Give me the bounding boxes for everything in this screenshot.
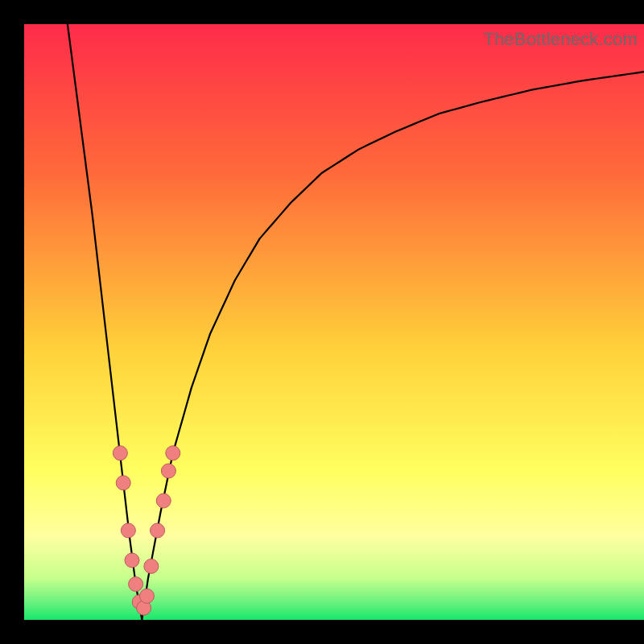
marker-layer <box>113 446 180 615</box>
data-marker <box>121 523 135 538</box>
chart-svg <box>24 24 644 620</box>
data-marker <box>116 476 130 490</box>
data-marker <box>139 588 154 603</box>
data-marker <box>129 577 143 592</box>
data-marker <box>166 446 180 460</box>
data-marker <box>144 559 159 573</box>
series-right-branch <box>142 72 644 620</box>
data-marker <box>161 464 175 478</box>
chart-frame: TheBottleneck.com <box>0 0 644 644</box>
plot-area: TheBottleneck.com <box>24 24 644 620</box>
data-marker <box>125 553 139 568</box>
data-marker <box>151 523 165 538</box>
curve-right <box>142 72 644 620</box>
data-marker <box>113 446 127 460</box>
data-marker <box>156 493 171 508</box>
